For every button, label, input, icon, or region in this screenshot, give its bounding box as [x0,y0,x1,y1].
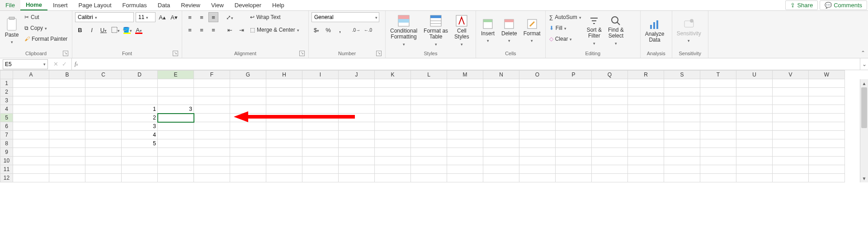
decrease-indent-button[interactable]: ⇤ [225,25,235,35]
name-box[interactable]: E5 ▾ [3,59,48,69]
column-header[interactable]: K [375,71,411,79]
column-header[interactable]: B [49,71,85,79]
cell[interactable] [375,88,411,96]
cell[interactable] [158,122,194,131]
cell[interactable] [158,139,194,148]
cell[interactable] [556,174,592,182]
cell[interactable] [809,79,845,88]
cell[interactable]: 5 [122,139,158,148]
cell[interactable] [556,105,592,114]
cell[interactable] [700,165,736,174]
tab-insert[interactable]: Insert [47,0,73,10]
cell[interactable] [483,105,519,114]
cell[interactable] [302,114,339,122]
cell[interactable] [483,88,519,96]
cell[interactable] [194,88,230,96]
cell[interactable] [411,174,447,182]
cell-styles-button[interactable]: Cell Styles [453,12,471,49]
cell[interactable] [49,105,85,114]
cell[interactable] [736,122,773,131]
cell[interactable] [519,165,556,174]
row-header[interactable]: 9 [0,148,13,157]
italic-button[interactable]: I [87,25,97,35]
cell[interactable] [85,79,122,88]
cell[interactable] [158,88,194,96]
cell[interactable] [302,88,339,96]
cell[interactable] [736,157,773,165]
cell[interactable] [628,88,664,96]
cell[interactable] [411,131,447,139]
cell[interactable] [375,157,411,165]
cell[interactable] [773,122,809,131]
cell[interactable] [85,96,122,105]
cell[interactable] [13,148,49,157]
cell[interactable] [49,131,85,139]
cell[interactable] [700,122,736,131]
cell[interactable] [339,174,375,182]
font-launcher[interactable]: ↘ [173,51,178,56]
cell[interactable] [266,114,302,122]
cell[interactable] [194,174,230,182]
cell[interactable] [339,139,375,148]
cell[interactable] [339,165,375,174]
cell[interactable] [266,174,302,182]
autosum-button[interactable]: ∑ AutoSum [548,12,582,22]
cell[interactable] [592,157,628,165]
tab-view[interactable]: View [206,0,229,10]
cell[interactable] [49,157,85,165]
cell[interactable] [556,122,592,131]
format-painter-button[interactable]: 🖌 Format Painter [24,34,68,44]
cell[interactable] [49,165,85,174]
cell[interactable] [194,122,230,131]
borders-button[interactable] [110,25,120,35]
cancel-formula-button[interactable]: ✕ [53,61,58,67]
cell[interactable] [809,165,845,174]
vertical-scrollbar[interactable]: ▲ ▼ [860,79,868,182]
cell[interactable] [194,105,230,114]
cell[interactable] [411,114,447,122]
alignment-launcher[interactable]: ↘ [299,51,305,56]
cell[interactable] [628,114,664,122]
underline-button[interactable]: U [99,25,108,35]
cell[interactable] [266,122,302,131]
cell[interactable] [194,139,230,148]
sort-filter-button[interactable]: Sort & Filter [585,12,604,49]
cell[interactable] [664,122,700,131]
cell[interactable] [158,114,194,122]
column-header[interactable]: P [556,71,592,79]
cell[interactable] [339,105,375,114]
cell[interactable] [773,157,809,165]
cell[interactable] [13,114,49,122]
column-header[interactable]: O [519,71,556,79]
cell[interactable] [809,148,845,157]
cell[interactable] [49,96,85,105]
cell[interactable] [158,96,194,105]
cell[interactable] [700,114,736,122]
cell[interactable] [736,96,773,105]
cell[interactable] [375,105,411,114]
cell[interactable] [85,114,122,122]
increase-indent-button[interactable]: ⇥ [236,25,246,35]
cell[interactable] [49,174,85,182]
percent-button[interactable]: % [323,25,333,35]
cell[interactable] [375,165,411,174]
cell[interactable] [49,79,85,88]
cell[interactable] [194,157,230,165]
cell[interactable] [339,88,375,96]
cell[interactable] [13,174,49,182]
cell[interactable] [85,122,122,131]
cell[interactable] [339,79,375,88]
cell[interactable] [194,165,230,174]
number-launcher[interactable]: ↘ [376,51,382,56]
tab-data[interactable]: Data [152,0,175,10]
tab-formulas[interactable]: Formulas [117,0,152,10]
cell[interactable] [411,165,447,174]
cell[interactable] [85,174,122,182]
cell[interactable]: 1 [122,105,158,114]
cell[interactable] [302,96,339,105]
cell[interactable] [158,131,194,139]
scroll-thumb[interactable] [861,87,867,128]
cell[interactable] [230,122,266,131]
cell[interactable] [592,165,628,174]
cell[interactable] [266,96,302,105]
